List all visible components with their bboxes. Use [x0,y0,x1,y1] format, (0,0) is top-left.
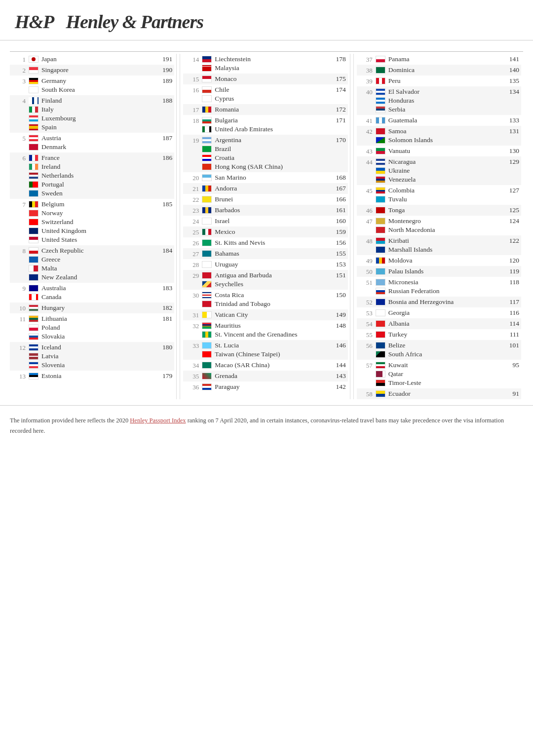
list-item: United States [29,235,174,244]
flag-icon [29,247,38,254]
rank-number: 46 [357,206,376,215]
country-name: Germany [41,77,156,85]
flag-icon [376,97,385,104]
list-item: United Arab Emirates [202,125,347,134]
list-item: Lithuania181 [29,314,174,323]
country-name: Brazil [215,145,330,153]
visa-score: 190 [156,66,174,74]
country-name: Palau Islands [388,267,503,275]
rank-group: 52Bosnia and Herzegovina117 [357,297,521,307]
rank-entries: Guatemala133 [376,116,521,125]
rank-entries: Andorra167 [202,184,347,193]
rank-group: 21Andorra167 [183,183,347,194]
visa-score: 120 [503,257,521,265]
country-name: France [41,154,156,162]
flag-icon [202,76,212,82]
list-item: Montenegro124 [376,217,521,226]
country-name: Liechtenstein [215,55,330,63]
list-item: St. Kitts and Nevis156 [202,238,347,247]
visa-score: 168 [330,174,348,182]
rank-group: 9Australia183Canada [10,283,174,302]
flag-icon [29,190,38,197]
visa-score: 143 [330,372,348,380]
list-item: Barbados161 [202,206,347,215]
rank-entries: Estonia179 [29,372,174,380]
rank-entries: Nicaragua129UkraineVenezuela [376,157,521,184]
list-item: Andorra167 [202,184,347,193]
rank-group: 26St. Kitts and Nevis156 [183,237,347,248]
flag-icon [376,106,385,113]
country-name: Moldova [388,257,503,265]
visa-score: 127 [503,187,521,194]
list-item: Monaco175 [202,75,347,83]
rank-entries: Hungary182 [29,303,174,312]
rank-entries: Vatican City149 [202,310,347,319]
visa-score: 178 [330,55,348,63]
rank-number: 58 [357,389,376,398]
list-item: Samoa131 [376,127,521,136]
rank-group: 1Japan191 [10,54,174,65]
rank-group: 13Estonia179 [10,371,174,381]
rank-number: 18 [183,116,202,125]
visa-score: 116 [503,309,521,317]
rank-entries: Mauritius148St. Vincent and the Grenadin… [202,321,347,339]
list-item: Romania172 [202,105,347,114]
list-item: Slovakia [29,332,174,341]
rank-group: 56Belize101South Africa [357,340,521,360]
flag-icon [202,322,212,329]
rank-group: 3Germany189South Korea [10,76,174,95]
rank-entries: Barbados161 [202,206,347,215]
rank-entries: Panama141 [376,55,521,64]
country-name: Norway [41,209,156,217]
rank-entries: Macao (SAR China)144 [202,361,347,370]
country-name: Hungary [41,304,156,312]
flag-icon [376,331,385,338]
flag-icon [376,67,385,74]
rank-group: 24Israel160 [183,216,347,227]
flag-icon [202,228,212,235]
rank-number: 44 [357,157,376,166]
visa-score: 150 [330,291,348,299]
flag-icon [202,56,212,63]
list-item: Solomon Islands [376,136,521,145]
visa-score: 125 [503,206,521,214]
flag-icon [376,257,385,264]
flag-icon [376,342,385,349]
rank-number: 45 [357,186,376,195]
flag-icon [29,315,38,322]
list-item: Trinidad and Tobago [202,300,347,308]
flag-icon [376,268,385,275]
henley-link[interactable]: Henley Passport Index [130,417,186,424]
list-item: Belgium185 [29,200,174,209]
country-name: Uruguay [215,261,330,268]
country-name: St. Kitts and Nevis [215,239,330,247]
list-item: Australia183 [29,284,174,293]
list-item: Vatican City149 [202,310,347,319]
column-2: 14Liechtenstein178Malaysia15Monaco17516C… [183,54,350,399]
list-item: San Marino168 [202,173,347,182]
visa-score: 101 [503,341,521,349]
rank-number: 21 [183,184,202,193]
country-name: Slovenia [41,361,156,369]
rank-entries: Monaco175 [202,75,347,83]
rank-number: 39 [357,76,376,85]
country-name: Mexico [215,228,330,236]
flag-icon [376,351,385,358]
rank-number: 36 [183,382,202,391]
list-item: Moldova120 [376,256,521,265]
visa-score: 149 [330,311,348,319]
flag-icon [202,185,212,192]
list-item: Antigua and Barbuda151 [202,271,347,280]
country-name: Peru [388,77,503,85]
country-name: El Salvador [388,88,503,96]
country-name: United Arab Emirates [215,125,330,133]
rank-number: 55 [357,330,376,339]
flag-icon [202,146,212,152]
flag-icon [29,172,38,179]
data-table: 1Japan1912Singapore1903Germany189South K… [10,54,523,399]
column-3: 37Panama14138Dominica14039Peru13540El Sa… [357,54,523,399]
country-name: Austria [41,134,156,142]
flag-icon [202,272,212,279]
flag-icon [29,135,38,142]
rank-group: 44Nicaragua129UkraineVenezuela [357,156,521,185]
